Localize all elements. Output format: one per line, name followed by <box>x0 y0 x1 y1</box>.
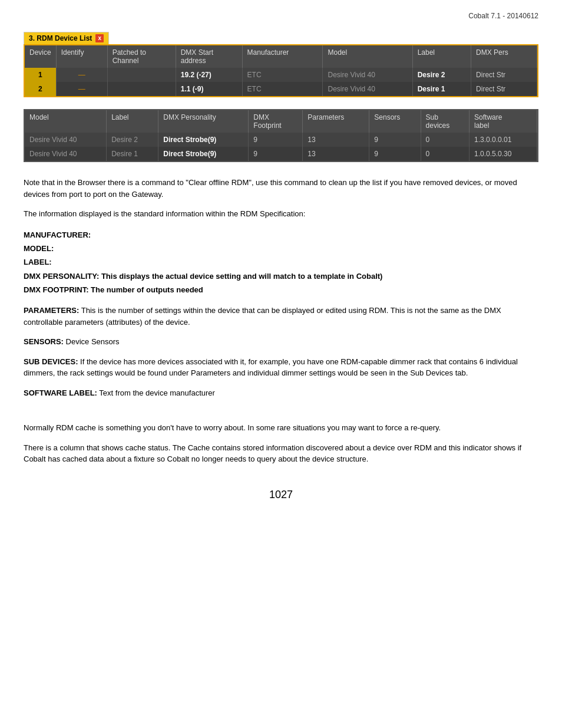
dmx-pers-2: Direct Str <box>471 82 537 96</box>
close-icon[interactable]: x <box>95 34 104 42</box>
model-1: Desire Vivid 40 <box>323 68 412 82</box>
b-personality-1: Direct Strobe(9) <box>158 133 249 147</box>
def-manufacturer: MANUFACTURER: <box>24 228 538 242</box>
b-personality-2: Direct Strobe(9) <box>158 147 249 161</box>
b-footprint-1: 9 <box>249 133 303 147</box>
rdm-title-label: 3. RDM Device List <box>29 34 92 42</box>
col-b-sub: Subdevices <box>421 110 469 133</box>
identify-2: — <box>56 82 107 96</box>
dmx-start-1: 19.2 (-27) <box>176 68 242 82</box>
col-b-sensors: Sensors <box>369 110 421 133</box>
b-model-2: Desire Vivid 40 <box>25 147 107 161</box>
rdm-device-section: 3. RDM Device List x Device Identify Pat… <box>24 32 538 162</box>
col-b-model: Model <box>25 110 107 133</box>
parameters-label: PARAMETERS: <box>24 306 79 315</box>
b-parameters-1: 13 <box>303 133 369 147</box>
sensors-text: Device Sensors <box>66 337 120 346</box>
sub-devices-text: If the device has more devices associate… <box>24 357 518 378</box>
rdm-bottom-table: Model Label DMX Personality DMXFootprint… <box>25 110 537 161</box>
b-sub-1: 0 <box>421 133 469 147</box>
cache-para1: Normally RDM cache is something you don'… <box>24 422 538 434</box>
manufacturer-1: ETC <box>242 68 323 82</box>
rdm-bottom-table-wrapper: Model Label DMX Personality DMXFootprint… <box>24 109 538 162</box>
col-b-personality: DMX Personality <box>158 110 249 133</box>
label-1: Desire 2 <box>412 68 471 82</box>
col-device: Device <box>25 45 56 68</box>
patched-2 <box>107 82 176 96</box>
sub-devices-para: SUB DEVICES: If the device has more devi… <box>24 356 538 379</box>
sensors-para: SENSORS: Device Sensors <box>24 336 538 348</box>
patched-1 <box>107 68 176 82</box>
b-label-1: Desire 2 <box>107 133 158 147</box>
sub-devices-label: SUB DEVICES: <box>24 357 78 366</box>
model-2: Desire Vivid 40 <box>323 82 412 96</box>
b-software-1: 1.3.0.0.0.01 <box>470 133 537 147</box>
header-title: Cobalt 7.1 - 20140612 <box>468 12 538 20</box>
label-2: Desire 1 <box>412 82 471 96</box>
software-label-text: Text from the device manufacturer <box>99 388 215 397</box>
col-b-footprint: DMXFootprint <box>249 110 303 133</box>
device-num-1: 1 <box>25 68 56 82</box>
cache-para2: There is a column that shows cache statu… <box>24 442 538 465</box>
rdm-top-table-header-row: Device Identify Patched toChannel DMX St… <box>25 45 537 68</box>
b-footprint-2: 9 <box>249 147 303 161</box>
col-model: Model <box>323 45 412 68</box>
b-sensors-2: 9 <box>369 147 421 161</box>
col-b-parameters: Parameters <box>303 110 369 133</box>
rdm-top-table-wrapper: Device Identify Patched toChannel DMX St… <box>24 44 538 97</box>
page-number: 1027 <box>24 489 538 501</box>
col-b-software: Softwarelabel <box>470 110 537 133</box>
col-dmx-pers: DMX Pers <box>471 45 537 68</box>
col-identify: Identify <box>56 45 107 68</box>
col-manufacturer: Manufacturer <box>242 45 323 68</box>
parameters-text: This is the number of settings within th… <box>24 306 501 327</box>
rdm-top-table: Device Identify Patched toChannel DMX St… <box>25 45 537 96</box>
def-label: LABEL: <box>24 255 538 269</box>
table-row: 1 — 19.2 (-27) ETC Desire Vivid 40 Desir… <box>25 68 537 82</box>
b-sub-2: 0 <box>421 147 469 161</box>
dmx-start-2: 1.1 (-9) <box>176 82 242 96</box>
def-model: MODEL: <box>24 242 538 255</box>
definitions-block: MANUFACTURER: MODEL: LABEL: DMX PERSONAL… <box>24 228 538 297</box>
table-row: Desire Vivid 40 Desire 1 Direct Strobe(9… <box>25 147 537 161</box>
software-label-para: SOFTWARE LABEL: Text from the device man… <box>24 387 538 399</box>
manufacturer-2: ETC <box>242 82 323 96</box>
col-dmx-start: DMX Startaddress <box>176 45 242 68</box>
para1: Note that in the Browser there is a comm… <box>24 177 538 200</box>
dmx-pers-1: Direct Str <box>471 68 537 82</box>
page-header: Cobalt 7.1 - 20140612 <box>24 12 538 20</box>
b-model-1: Desire Vivid 40 <box>25 133 107 147</box>
b-parameters-2: 13 <box>303 147 369 161</box>
col-b-label: Label <box>107 110 158 133</box>
parameters-para: PARAMETERS: This is the number of settin… <box>24 305 538 328</box>
col-label: Label <box>412 45 471 68</box>
b-sensors-1: 9 <box>369 133 421 147</box>
sensors-label: SENSORS: <box>24 337 64 346</box>
def-dmx-footprint: DMX FOOTPRINT: The number of outputs nee… <box>24 283 538 297</box>
rdm-bottom-table-header-row: Model Label DMX Personality DMXFootprint… <box>25 110 537 133</box>
software-label-label: SOFTWARE LABEL: <box>24 388 97 397</box>
identify-1: — <box>56 68 107 82</box>
col-patched: Patched toChannel <box>107 45 176 68</box>
device-num-2: 2 <box>25 82 56 96</box>
para2: The information displayed is the standar… <box>24 208 538 220</box>
def-dmx-personality: DMX PERSONALITY: This displays the actua… <box>24 269 538 283</box>
table-row: 2 — 1.1 (-9) ETC Desire Vivid 40 Desire … <box>25 82 537 96</box>
rdm-title-bar: 3. RDM Device List x <box>24 32 109 44</box>
b-label-2: Desire 1 <box>107 147 158 161</box>
table-row: Desire Vivid 40 Desire 2 Direct Strobe(9… <box>25 133 537 147</box>
b-software-2: 1.0.0.5.0.30 <box>470 147 537 161</box>
